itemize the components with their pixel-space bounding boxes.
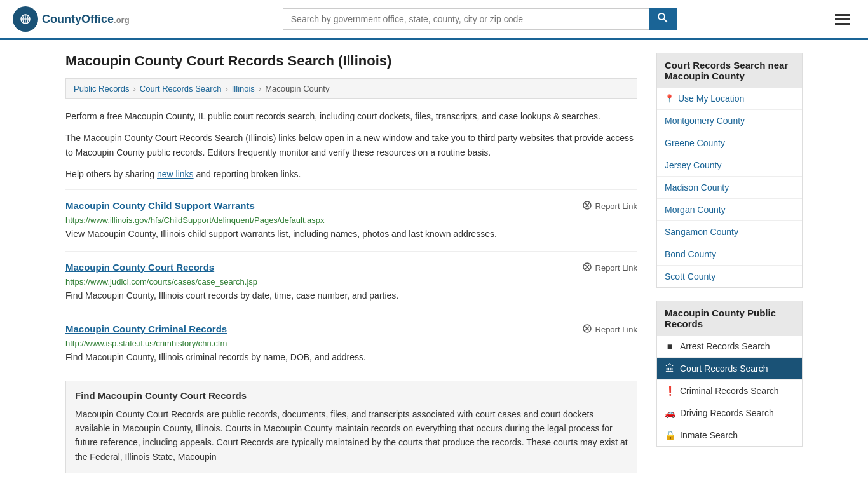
nearby-county-item: Sangamon County <box>657 221 802 243</box>
breadcrumb-court-records[interactable]: Court Records Search <box>140 84 222 93</box>
nearby-county-link-1[interactable]: Greene County <box>657 132 802 154</box>
pub-label-3: Driving Records Search <box>680 408 774 418</box>
result-item: Macoupin County Court Records Report Lin… <box>65 251 637 313</box>
public-records-item: ❗ Criminal Records Search <box>657 380 802 402</box>
nearby-county-item: Bond County <box>657 243 802 266</box>
public-records-link-1[interactable]: 🏛 Court Records Search <box>657 358 802 379</box>
location-icon: 📍 <box>665 94 674 103</box>
report-icon <box>582 262 592 274</box>
breadcrumb-illinois[interactable]: Illinois <box>232 84 255 93</box>
search-bar <box>283 8 677 30</box>
nearby-county-item: Scott County <box>657 266 802 287</box>
pub-icon-0: ■ <box>665 341 675 351</box>
main-content: Macoupin County Court Records Search (Il… <box>65 53 637 473</box>
public-records-header: Macoupin County Public Records <box>657 301 802 336</box>
main-layout: Macoupin County Court Records Search (Il… <box>53 40 815 473</box>
logo[interactable]: CountyOffice.org <box>13 6 130 32</box>
page-title: Macoupin County Court Records Search (Il… <box>65 53 637 69</box>
hamburger-icon <box>835 14 850 25</box>
result-header: Macoupin County Criminal Records Report … <box>65 323 637 336</box>
public-records-list: ■ Arrest Records Search 🏛 Court Records … <box>657 336 802 446</box>
result-title-2[interactable]: Macoupin County Criminal Records <box>65 323 227 334</box>
sidebar: Court Records Search near Macoupin Count… <box>656 53 803 473</box>
pub-icon-3: 🚗 <box>665 408 675 418</box>
result-header: Macoupin County Court Records Report Lin… <box>65 262 637 274</box>
search-input[interactable] <box>283 8 649 30</box>
result-url-1[interactable]: https://www.judici.com/courts/cases/case… <box>65 277 637 287</box>
use-my-location[interactable]: 📍 Use My Location <box>657 88 802 110</box>
nearby-header: Court Records Search near Macoupin Count… <box>657 53 802 88</box>
result-title-0[interactable]: Macoupin County Child Support Warrants <box>65 200 255 211</box>
nearby-counties-list: Montgomery CountyGreene CountyJersey Cou… <box>657 110 802 287</box>
results-list: Macoupin County Child Support Warrants R… <box>65 189 637 374</box>
report-link-1[interactable]: Report Link <box>582 262 637 274</box>
nearby-county-item: Jersey County <box>657 154 802 177</box>
pub-icon-2: ❗ <box>665 386 675 396</box>
page-description: Perform a free Macoupin County, IL publi… <box>65 109 637 182</box>
nearby-county-item: Madison County <box>657 177 802 199</box>
public-records-link-2[interactable]: ❗ Criminal Records Search <box>657 380 802 402</box>
nearby-county-item: Montgomery County <box>657 110 802 132</box>
pub-icon-1: 🏛 <box>665 363 675 374</box>
nearby-county-link-6[interactable]: Bond County <box>657 243 802 265</box>
search-button[interactable] <box>649 8 677 30</box>
pub-label-2: Criminal Records Search <box>680 386 779 396</box>
desc-paragraph-2: The Macoupin County Court Records Search… <box>65 131 637 159</box>
result-url-0[interactable]: https://www.illinois.gov/hfs/ChildSuppor… <box>65 215 637 225</box>
public-records-item: 🏛 Court Records Search <box>657 358 802 380</box>
public-records-item: 🚗 Driving Records Search <box>657 402 802 424</box>
result-item: Macoupin County Child Support Warrants R… <box>65 189 637 251</box>
pub-label-1: Court Records Search <box>680 363 768 374</box>
breadcrumb-public-records[interactable]: Public Records <box>74 84 129 93</box>
nearby-county-link-0[interactable]: Montgomery County <box>657 110 802 132</box>
nearby-county-link-2[interactable]: Jersey County <box>657 154 802 176</box>
public-records-link-3[interactable]: 🚗 Driving Records Search <box>657 402 802 424</box>
pub-label-0: Arrest Records Search <box>680 341 770 351</box>
svg-line-6 <box>664 19 667 22</box>
menu-button[interactable] <box>830 11 855 27</box>
find-section-title: Find Macoupin County Court Records <box>75 390 628 401</box>
report-icon <box>582 200 592 213</box>
result-title-1[interactable]: Macoupin County Court Records <box>65 262 214 273</box>
result-desc-2: Find Macoupin County, Illinois criminal … <box>65 351 637 364</box>
public-records-section: Macoupin County Public Records ■ Arrest … <box>656 301 803 447</box>
breadcrumb: Public Records › Court Records Search › … <box>65 78 637 99</box>
nearby-section: Court Records Search near Macoupin Count… <box>656 53 803 288</box>
nearby-county-link-4[interactable]: Morgan County <box>657 199 802 220</box>
desc-paragraph-1: Perform a free Macoupin County, IL publi… <box>65 109 637 123</box>
find-section-text: Macoupin County Court Records are public… <box>75 407 628 464</box>
site-header: CountyOffice.org <box>0 0 868 40</box>
logo-text: CountyOffice.org <box>42 13 130 26</box>
report-icon <box>582 323 592 336</box>
breadcrumb-current: Macoupin County <box>265 84 329 93</box>
public-records-item: 🔒 Inmate Search <box>657 424 802 446</box>
nearby-county-link-3[interactable]: Madison County <box>657 177 802 198</box>
pub-icon-4: 🔒 <box>665 430 675 440</box>
find-section: Find Macoupin County Court Records Macou… <box>65 381 637 474</box>
result-header: Macoupin County Child Support Warrants R… <box>65 200 637 213</box>
desc-paragraph-3: Help others by sharing new links and rep… <box>65 167 637 181</box>
public-records-item: ■ Arrest Records Search <box>657 336 802 358</box>
nearby-county-item: Morgan County <box>657 199 802 221</box>
public-records-link-0[interactable]: ■ Arrest Records Search <box>657 336 802 357</box>
result-url-2[interactable]: http://www.isp.state.il.us/crimhistory/c… <box>65 339 637 348</box>
result-desc-1: Find Macoupin County, Illinois court rec… <box>65 289 637 302</box>
result-item: Macoupin County Criminal Records Report … <box>65 313 637 374</box>
pub-label-4: Inmate Search <box>680 430 738 440</box>
report-link-0[interactable]: Report Link <box>582 200 637 213</box>
public-records-link-4[interactable]: 🔒 Inmate Search <box>657 424 802 446</box>
nearby-county-item: Greene County <box>657 132 802 154</box>
new-links-link[interactable]: new links <box>157 169 194 179</box>
logo-icon <box>13 6 38 32</box>
nearby-county-link-5[interactable]: Sangamon County <box>657 221 802 243</box>
svg-point-5 <box>658 13 665 20</box>
nearby-county-link-7[interactable]: Scott County <box>657 266 802 287</box>
result-desc-0: View Macoupin County, Illinois child sup… <box>65 227 637 241</box>
report-link-2[interactable]: Report Link <box>582 323 637 336</box>
